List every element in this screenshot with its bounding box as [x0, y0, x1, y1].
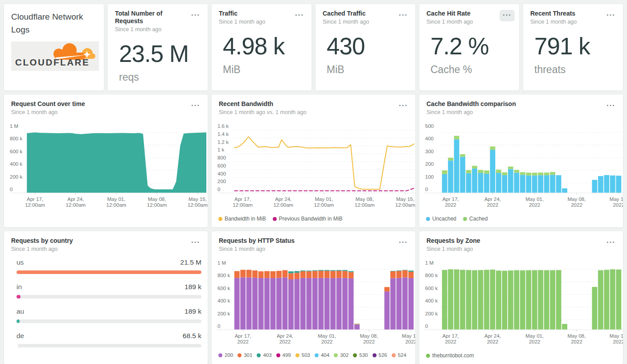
svg-text:May 08,: May 08, — [568, 196, 586, 202]
http-status-chart[interactable]: 1 M800 k600 k400 k200 k0Apr 17,2022Apr 2… — [212, 255, 415, 352]
legend-item[interactable]: Cached — [463, 216, 488, 222]
request-count-chart[interactable]: 1 M800 k600 k400 k200 k0Apr 17,12:00amAp… — [4, 118, 208, 215]
panel-subtitle: Since 1 month ago — [426, 109, 516, 115]
svg-text:12:00am: 12:00am — [147, 202, 167, 208]
legend-dot-icon — [334, 353, 338, 357]
panel-menu-icon[interactable]: ··· — [500, 10, 515, 21]
stat-value-cache-hit-rate: 7.2 % — [430, 34, 519, 58]
panel-title: Recent Bandwidth — [219, 100, 307, 108]
svg-text:2022: 2022 — [405, 339, 415, 344]
country-bar-list: us21.5 Min189 kau189 kde68.5 k — [4, 252, 208, 356]
svg-text:800 k: 800 k — [425, 273, 438, 278]
panel-recent-threats: Recent Threats Since 1 month ago ··· 791… — [523, 4, 623, 91]
legend-item[interactable]: 404 — [315, 352, 329, 358]
svg-text:1.4 k: 1.4 k — [217, 131, 229, 137]
legend-label: 301 — [244, 352, 252, 358]
svg-text:May 01,: May 01, — [318, 333, 336, 339]
requests-by-zone-legend: theburritobot.com — [419, 352, 623, 359]
svg-text:1.6 k: 1.6 k — [217, 123, 229, 129]
legend-item[interactable]: 524 — [392, 352, 406, 358]
legend-dot-icon — [392, 353, 396, 357]
panel-subtitle: Since 1 month ago — [530, 19, 577, 25]
recent-bandwidth-chart[interactable]: 1.6 k1.4 k1.2 k1 k8006004002000Apr 17,12… — [212, 118, 415, 215]
legend-item[interactable]: 200 — [218, 352, 233, 358]
country-bar-track — [16, 344, 201, 348]
svg-text:2022: 2022 — [529, 339, 541, 344]
svg-text:2022: 2022 — [363, 339, 375, 344]
svg-text:200: 200 — [217, 179, 226, 184]
panel-title: Request Count over time — [11, 100, 85, 108]
svg-text:12:00am: 12:00am — [233, 202, 253, 208]
legend-label: theburritobot.com — [432, 352, 474, 359]
panel-menu-icon[interactable]: ··· — [292, 10, 307, 21]
legend-item[interactable]: 499 — [276, 352, 291, 358]
cache-bandwidth-chart[interactable]: 5004003002001000Apr 17,2022Apr 24,2022Ma… — [419, 118, 623, 215]
panel-menu-icon[interactable]: ··· — [188, 10, 203, 21]
svg-text:Apr 24,: Apr 24, — [275, 196, 291, 202]
cache-bandwidth-canvas[interactable]: 5004003002001000Apr 17,2022Apr 24,2022Ma… — [419, 118, 623, 213]
legend-item[interactable]: Previous Bandwidth in MiB — [273, 216, 343, 222]
svg-text:Apr 24,: Apr 24, — [67, 196, 84, 202]
legend-item[interactable]: 302 — [334, 352, 348, 358]
panel-cache-bandwidth: Cache Bandwidth comparison Since 1 month… — [419, 94, 623, 228]
legend-label: Bandwidth in MiB — [225, 216, 266, 222]
panel-menu-icon[interactable]: ··· — [603, 100, 619, 112]
svg-text:400: 400 — [217, 171, 226, 176]
legend-label: Previous Bandwidth in MiB — [279, 216, 343, 222]
panel-subtitle: Since 1 month ago — [11, 246, 73, 252]
stat-unit: MiB — [327, 64, 415, 76]
country-bar-fill — [16, 344, 18, 348]
svg-text:2022: 2022 — [237, 339, 249, 344]
svg-text:Apr 17,: Apr 17, — [443, 333, 459, 339]
panel-request-count: Request Count over time Since 1 month ag… — [4, 94, 208, 228]
svg-text:May 15,: May 15, — [189, 196, 207, 202]
legend-dot-icon — [373, 353, 377, 357]
svg-text:May 08,: May 08, — [356, 196, 374, 202]
country-value: 189 k — [184, 307, 201, 315]
panel-menu-icon[interactable]: ··· — [603, 10, 619, 21]
svg-text:Apr 17,: Apr 17, — [27, 196, 43, 202]
svg-text:Apr 24,: Apr 24, — [484, 196, 501, 202]
svg-text:Apr 24,: Apr 24, — [277, 333, 293, 339]
legend-item[interactable]: 503 — [295, 352, 310, 358]
svg-text:May 01,: May 01, — [525, 196, 544, 202]
svg-text:2022: 2022 — [279, 339, 291, 344]
recent-bandwidth-canvas[interactable]: 1.6 k1.4 k1.2 k1 k8006004002000Apr 17,12… — [212, 118, 415, 213]
svg-text:12:00am: 12:00am — [25, 202, 45, 208]
requests-by-zone-canvas[interactable]: 1 M800 k600 k400 k200 k0Apr 17,2022Apr 2… — [419, 255, 623, 350]
panel-menu-icon[interactable]: ··· — [188, 100, 203, 112]
legend-item[interactable]: theburritobot.com — [426, 352, 474, 359]
svg-text:2022: 2022 — [613, 202, 623, 208]
panel-menu-icon[interactable]: ··· — [396, 10, 411, 21]
svg-text:May 01,: May 01, — [525, 333, 544, 339]
svg-text:600 k: 600 k — [425, 286, 438, 291]
panel-menu-icon[interactable]: ··· — [396, 237, 411, 249]
country-label: in — [16, 283, 22, 291]
panel-menu-icon[interactable]: ··· — [188, 237, 203, 249]
panel-title: Recent Threats — [530, 10, 577, 17]
legend-item[interactable]: Bandwidth in MiB — [218, 216, 266, 222]
svg-text:1 M: 1 M — [217, 260, 226, 266]
requests-by-zone-chart[interactable]: 1 M800 k600 k400 k200 k0Apr 17,2022Apr 2… — [419, 255, 623, 352]
country-bar-fill — [16, 319, 20, 323]
panel-subtitle: Since 1 month ago — [115, 26, 188, 33]
http-status-canvas[interactable]: 1 M800 k600 k400 k200 k0Apr 17,2022Apr 2… — [212, 255, 415, 350]
request-count-canvas[interactable]: 1 M800 k600 k400 k200 k0Apr 17,12:00amAp… — [4, 118, 208, 213]
legend-item[interactable]: 526 — [373, 352, 387, 358]
stat-value-cached-traffic: 430 — [327, 34, 415, 58]
country-value: 189 k — [184, 283, 201, 291]
cloudflare-logo: CLOUDFLARE — [11, 41, 99, 71]
country-label: au — [16, 307, 24, 315]
svg-text:800 k: 800 k — [10, 136, 22, 141]
legend-dot-icon — [218, 353, 222, 357]
panel-traffic: Traffic Since 1 month ago ··· 4.98 k MiB — [211, 4, 312, 91]
panel-menu-icon[interactable]: ··· — [603, 237, 619, 249]
legend-item[interactable]: 530 — [353, 352, 368, 358]
panel-menu-icon[interactable]: ··· — [396, 100, 411, 112]
svg-text:May 08,: May 08, — [360, 333, 378, 339]
legend-item[interactable]: 301 — [238, 352, 252, 358]
legend-item[interactable]: 403 — [257, 352, 271, 358]
legend-label: Cached — [469, 216, 488, 222]
stat-value-traffic: 4.98 k — [223, 34, 311, 58]
legend-item[interactable]: Uncached — [426, 216, 456, 222]
